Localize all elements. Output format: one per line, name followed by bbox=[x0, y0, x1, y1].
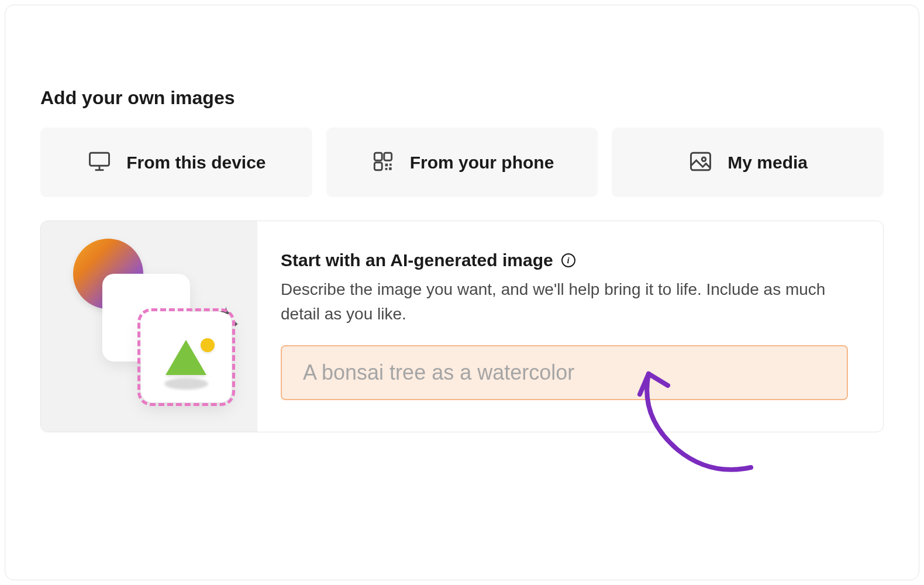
ai-content: Start with an AI-generated image i Descr… bbox=[257, 221, 883, 432]
from-phone-button[interactable]: From your phone bbox=[326, 128, 598, 197]
from-phone-label: From your phone bbox=[410, 153, 554, 173]
svg-rect-5 bbox=[374, 163, 382, 170]
ai-thumbnail: ✦ ✦ bbox=[41, 221, 257, 432]
svg-rect-9 bbox=[389, 167, 392, 170]
svg-rect-8 bbox=[385, 168, 387, 170]
my-media-button[interactable]: My media bbox=[612, 128, 884, 197]
info-icon[interactable]: i bbox=[561, 253, 575, 267]
monitor-icon bbox=[87, 149, 112, 176]
svg-rect-10 bbox=[691, 153, 711, 170]
ai-title: Start with an AI-generated image bbox=[281, 250, 553, 270]
from-device-label: From this device bbox=[126, 153, 266, 173]
section-heading: Add your own images bbox=[40, 87, 884, 109]
sources-row: From this device From your phone bbox=[40, 128, 884, 197]
svg-rect-4 bbox=[384, 153, 392, 160]
ai-title-row: Start with an AI-generated image i bbox=[281, 250, 848, 270]
my-media-label: My media bbox=[728, 153, 808, 173]
ai-graphic-icon: ✦ ✦ bbox=[67, 239, 231, 414]
image-icon bbox=[688, 149, 713, 176]
from-device-button[interactable]: From this device bbox=[40, 128, 312, 197]
svg-rect-6 bbox=[385, 164, 388, 167]
svg-rect-7 bbox=[389, 164, 392, 166]
svg-rect-3 bbox=[374, 153, 382, 160]
ai-description: Describe the image you want, and we'll h… bbox=[281, 277, 848, 326]
svg-point-11 bbox=[702, 157, 706, 161]
ai-generate-card: ✦ ✦ Start with an AI-generated image i D… bbox=[40, 221, 884, 432]
add-images-panel: Add your own images From this device bbox=[5, 5, 919, 580]
prompt-input[interactable] bbox=[303, 360, 826, 385]
qr-icon bbox=[370, 149, 396, 176]
svg-rect-0 bbox=[90, 153, 109, 166]
prompt-input-wrapper[interactable] bbox=[281, 345, 848, 400]
